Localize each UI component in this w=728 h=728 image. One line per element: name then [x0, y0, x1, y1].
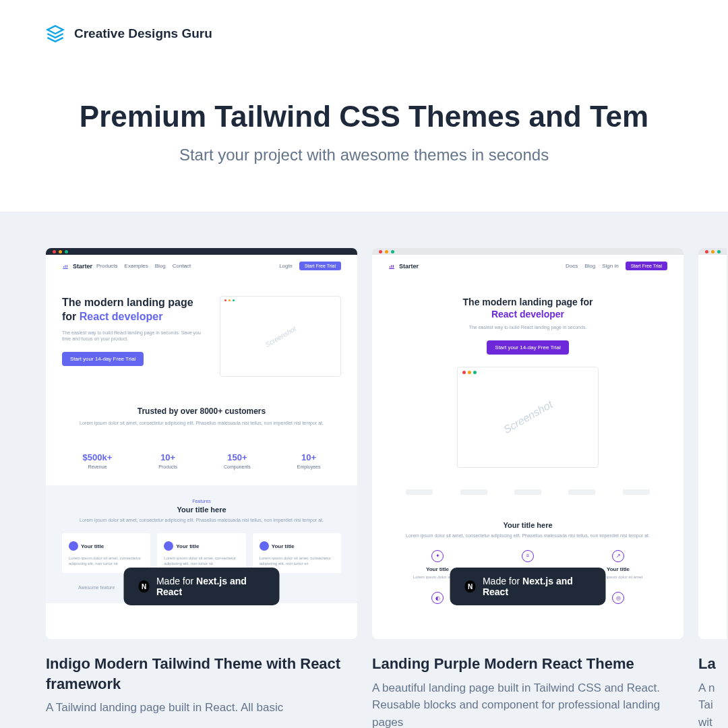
preview-cta-button: Start your 14-day Free Trial — [62, 352, 144, 366]
screenshot-placeholder: Screenshot — [457, 367, 599, 468]
preview-cta-button: Start your 14-day Free Trial — [487, 340, 568, 355]
nextjs-icon: N — [139, 580, 150, 593]
preview-hero-title: The modern landing page for React develo… — [399, 296, 657, 320]
page-title: Premium Tailwind CSS Themes and Tem — [27, 100, 701, 133]
made-for-badge: N Made for Next.js and React — [124, 568, 280, 605]
theme-card[interactable]: Starter Products Examples Blog Contact L… — [46, 248, 357, 728]
theme-title[interactable]: Indigo Modern Tailwind Theme with React … — [46, 654, 357, 694]
chart-icon — [62, 263, 69, 270]
theme-preview — [698, 248, 727, 639]
hero-section: Premium Tailwind CSS Themes and Tem Star… — [0, 67, 728, 212]
preview-nav: Starter Products Examples Blog Contact L… — [46, 255, 357, 277]
theme-preview: Starter Docs Blog Sign in Start Free Tri… — [372, 248, 684, 639]
nextjs-icon: N — [465, 580, 476, 593]
preview-hero-title: The modern landing page for React develo… — [62, 296, 206, 324]
theme-title[interactable]: La — [698, 654, 727, 674]
theme-preview: Starter Products Examples Blog Contact L… — [46, 248, 357, 639]
theme-description: A Tailwind landing page built in React. … — [46, 699, 357, 717]
browser-chrome — [46, 248, 357, 255]
theme-title[interactable]: Landing Purple Modern React Theme — [372, 654, 684, 674]
made-for-badge: N Made for Next.js and React — [450, 568, 606, 605]
site-header: Creative Designs Guru — [0, 0, 728, 67]
theme-description: A beautiful landing page built in Tailwi… — [372, 679, 684, 728]
browser-chrome — [698, 248, 727, 255]
screenshot-placeholder: Screenshot — [220, 296, 341, 377]
theme-description: A n Tai wit — [698, 679, 727, 728]
preview-nav: Starter Docs Blog Sign in Start Free Tri… — [372, 255, 684, 277]
themes-grid: Starter Products Examples Blog Contact L… — [0, 212, 728, 728]
logo-icon — [46, 24, 65, 43]
chart-icon — [388, 263, 395, 270]
page-subtitle: Start your project with awesome themes i… — [27, 146, 701, 164]
brand-name[interactable]: Creative Designs Guru — [74, 26, 212, 41]
browser-chrome — [372, 248, 684, 255]
theme-card[interactable]: La A n Tai wit — [698, 248, 727, 728]
logo-strip — [372, 480, 684, 504]
theme-card[interactable]: Starter Docs Blog Sign in Start Free Tri… — [372, 248, 684, 728]
